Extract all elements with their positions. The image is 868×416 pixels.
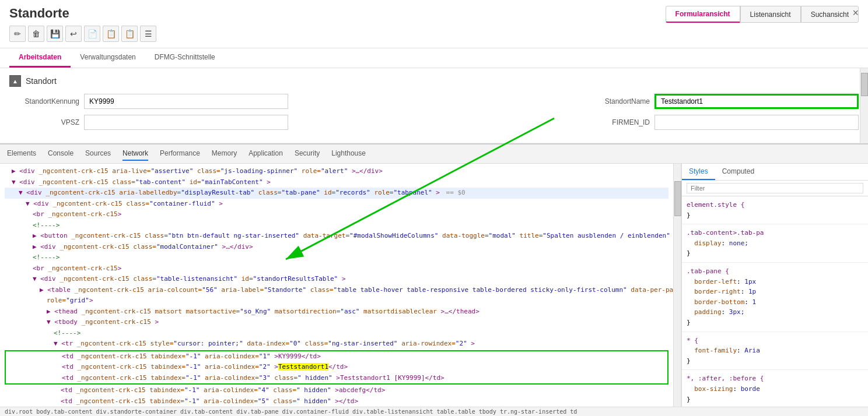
dom-panel[interactable]: ▶ <div _ngcontent-crk-c15 aria-live="ass… bbox=[0, 164, 673, 407]
dom-line: ▶ <table _ngcontent-crk-c15 aria-colcoun… bbox=[5, 285, 668, 296]
devtools-tabs: Elements Console Sources Network Perform… bbox=[0, 144, 868, 164]
field-firmen-id: FIRMEN_ID bbox=[580, 115, 859, 130]
dom-td-1: <td _ngcontent-crk-c15 tabindex="-1" ari… bbox=[6, 351, 667, 362]
devtools-main: ▶ <div _ngcontent-crk-c15 aria-live="ass… bbox=[0, 164, 868, 407]
styles-selector: element.style { bbox=[687, 200, 863, 210]
dom-td-2: <td _ngcontent-crk-c15 tabindex="-1" ari… bbox=[6, 362, 667, 373]
field-standort-kennung: StandortKennung bbox=[9, 94, 288, 109]
dom-line: ▶ <div _ngcontent-crk-c15 class="modalCo… bbox=[5, 242, 668, 253]
doc-button[interactable]: 📄 bbox=[84, 26, 100, 42]
dom-td-4: <td _ngcontent-crk-c15 tabindex="-1" ari… bbox=[5, 385, 668, 396]
dom-line: <!----> bbox=[5, 328, 668, 339]
close-icon[interactable]: × bbox=[852, 7, 859, 19]
devtools-panel: Elements Console Sources Network Perform… bbox=[0, 143, 868, 416]
dom-scrollbar[interactable] bbox=[673, 164, 681, 407]
dom-line: ▼ <tbody _ngcontent-crk-c15 > bbox=[5, 317, 668, 328]
top-bar: Standorte Formularansicht Listenansicht … bbox=[0, 0, 868, 48]
firmen-id-input[interactable] bbox=[654, 115, 859, 130]
window-title: Standorte bbox=[9, 6, 69, 21]
view-tabs: Formularansicht Listenansicht Suchansich… bbox=[666, 6, 859, 23]
devtools-tab-application[interactable]: Application bbox=[249, 147, 283, 161]
devtools-tab-memory[interactable]: Memory bbox=[212, 147, 237, 161]
styles-tab-styles[interactable]: Styles bbox=[682, 164, 715, 180]
tab-suchansicht[interactable]: Suchansicht bbox=[801, 6, 859, 23]
dom-line: <!----> bbox=[5, 252, 668, 263]
styles-rule-element: element.style { } bbox=[682, 196, 868, 224]
section-icon: ▲ bbox=[9, 75, 21, 87]
dom-line: ▶ <div _ngcontent-crk-c15 aria-live="ass… bbox=[5, 166, 668, 177]
main-window: Standorte Formularansicht Listenansicht … bbox=[0, 0, 868, 416]
tab-dfmg[interactable]: DFMG-Schnittstelle bbox=[145, 48, 225, 68]
form-row-2: VPSZ FIRMEN_ID bbox=[9, 115, 859, 130]
devtools-tab-security[interactable]: Security bbox=[295, 147, 320, 161]
dom-line: <br _ngcontent-crk-c15> bbox=[5, 263, 668, 274]
devtools-tab-lighthouse[interactable]: Lighthouse bbox=[331, 147, 366, 161]
toolbar: ✏ 🗑 💾 ↩ 📄 📋 📋 ☰ bbox=[9, 26, 859, 42]
dom-td-5: <td _ngcontent-crk-c15 tabindex="-1" ari… bbox=[5, 396, 668, 407]
styles-panel: Styles Computed element.style { } .tab-c… bbox=[681, 164, 868, 407]
tab-listenansicht[interactable]: Listenansicht bbox=[740, 6, 801, 23]
vpsz-label: VPSZ bbox=[9, 118, 79, 126]
dom-scrollbar-thumb[interactable] bbox=[674, 181, 681, 216]
dom-line: ▼ <tr _ngcontent-crk-c15 style="cursor: … bbox=[5, 339, 668, 350]
dom-line: ▶ <thead _ngcontent-crk-c15 matsort mats… bbox=[5, 306, 668, 318]
title-row: Standorte Formularansicht Listenansicht … bbox=[9, 6, 859, 21]
highlighted-text: Teststandort1 bbox=[278, 363, 328, 371]
breadcrumb: div.root body.tab-content div.standorte-… bbox=[0, 407, 868, 416]
field-vpsz: VPSZ bbox=[9, 115, 288, 130]
styles-rule-tab-content: .tab-content>.tab-pa display: none; } bbox=[682, 224, 868, 263]
form-area: ▲ Standort StandortKennung StandortName … bbox=[0, 68, 868, 143]
tab-formularansicht[interactable]: Formularansicht bbox=[666, 6, 740, 23]
dom-line: ▼ <div _ngcontent-crk-c15 class="contain… bbox=[5, 199, 668, 210]
section-header: ▲ Standort bbox=[9, 75, 859, 87]
devtools-tab-sources[interactable]: Sources bbox=[85, 147, 111, 161]
field-standort-name: StandortName bbox=[580, 94, 859, 109]
section-title: Standort bbox=[26, 76, 57, 86]
vpsz-input[interactable] bbox=[84, 115, 288, 130]
save-button[interactable]: 💾 bbox=[47, 26, 63, 42]
devtools-tab-performance[interactable]: Performance bbox=[160, 147, 200, 161]
styles-filter-input[interactable] bbox=[687, 183, 863, 193]
standort-kennung-label: StandortKennung bbox=[9, 97, 79, 105]
styles-rule-star: * { font-family: Aria } bbox=[682, 332, 868, 371]
scrollbar-thumb[interactable] bbox=[861, 73, 868, 96]
dom-line: <!----> bbox=[5, 220, 668, 231]
dom-td-3: <td _ngcontent-crk-c15 tabindex="-1" ari… bbox=[6, 373, 667, 384]
dom-line: ▼ <div _ngcontent-crk-c15 class="table-l… bbox=[5, 274, 668, 285]
edit-button[interactable]: ✏ bbox=[9, 26, 26, 42]
form-row-1: StandortKennung StandortName bbox=[9, 94, 859, 109]
tab-arbeitsdaten[interactable]: Arbeitsdaten bbox=[9, 48, 71, 68]
undo-button[interactable]: ↩ bbox=[65, 26, 82, 42]
styles-tabs: Styles Computed bbox=[682, 164, 868, 181]
green-highlight-group: <td _ngcontent-crk-c15 tabindex="-1" ari… bbox=[5, 350, 668, 385]
scrollbar-track[interactable] bbox=[860, 68, 868, 143]
standort-kennung-input[interactable] bbox=[84, 94, 288, 109]
standort-name-label: StandortName bbox=[580, 97, 650, 105]
dom-line-selected: ▼ <div _ngcontent-crk-c15 aria-labelledb… bbox=[5, 188, 668, 199]
delete-button[interactable]: 🗑 bbox=[28, 26, 44, 42]
dom-line: <br _ngcontent-crk-c15> bbox=[5, 209, 668, 220]
standort-name-input[interactable] bbox=[654, 94, 859, 109]
styles-rule-tab-pane: .tab-pane { border-left: 1px border-righ… bbox=[682, 263, 868, 332]
firmen-id-label: FIRMEN_ID bbox=[580, 118, 650, 126]
devtools-tab-elements[interactable]: Elements bbox=[7, 147, 36, 161]
copy-button[interactable]: 📋 bbox=[103, 26, 119, 42]
menu-button[interactable]: ☰ bbox=[140, 26, 156, 42]
styles-tab-computed[interactable]: Computed bbox=[715, 164, 761, 180]
devtools-tab-console[interactable]: Console bbox=[48, 147, 74, 161]
dom-line: role="grid"> bbox=[5, 295, 668, 306]
dom-line: ▶ <button _ngcontent-crk-c15 class="btn … bbox=[5, 231, 668, 242]
tab-verwaltungsdaten[interactable]: Verwaltungsdaten bbox=[71, 48, 145, 68]
record-tabs: Arbeitsdaten Verwaltungsdaten DFMG-Schni… bbox=[0, 48, 868, 68]
devtools-tab-network[interactable]: Network bbox=[123, 147, 148, 161]
dom-line: ▼ <div _ngcontent-crk-c15 class="tab-con… bbox=[5, 177, 668, 188]
styles-filter bbox=[682, 181, 868, 196]
styles-selector: .tab-content>.tab-pa bbox=[687, 228, 863, 238]
paste-button[interactable]: 📋 bbox=[121, 26, 138, 42]
styles-rule-star-after-before: *, :after, :before { box-sizing: borde } bbox=[682, 370, 868, 407]
